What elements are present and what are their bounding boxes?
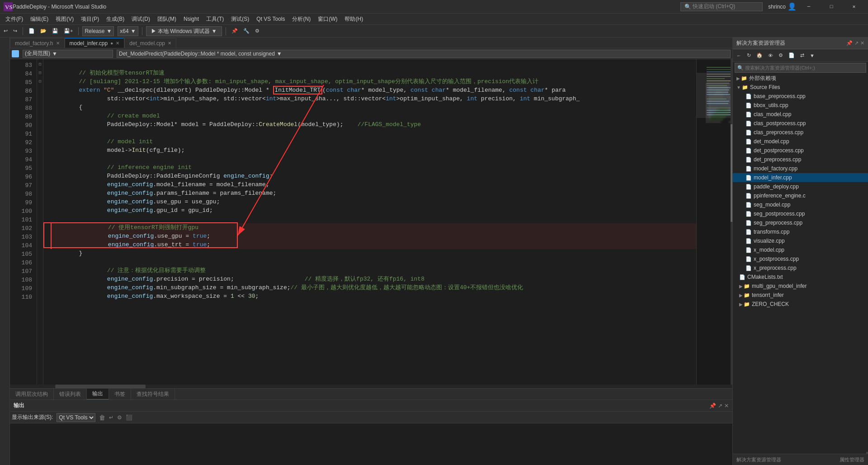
tree-item-base-preprocess[interactable]: 📄 base_preprocess.cpp (733, 92, 868, 101)
tab-close[interactable]: ✕ (56, 41, 60, 46)
se-preview-btn[interactable]: 📄 (787, 52, 797, 59)
menu-item-project[interactable]: 项目(P) (77, 14, 103, 24)
tab-close-det[interactable]: ✕ (168, 41, 171, 46)
output-float-btn[interactable]: ↗ (718, 403, 722, 409)
tree-item-det-preprocess[interactable]: 📄 det_preprocess.cpp (733, 155, 868, 164)
menu-item-edit[interactable]: 编辑(E) (27, 14, 52, 24)
output-word-wrap-btn[interactable]: ↵ (109, 414, 113, 421)
toolbar-save-all-btn[interactable]: 💾+ (62, 27, 75, 35)
output-settings-btn[interactable]: ⚙ (117, 414, 122, 421)
tree-item-external-deps[interactable]: ▶ 📁 外部依赖项 (733, 74, 868, 83)
horizontal-scrollbar[interactable] (10, 385, 732, 388)
tree-item-source-files[interactable]: ▼ 📁 Source Files (733, 83, 868, 92)
tree-item-multi-gpu[interactable]: ▶ 📁 multi_gpu_model_infer (733, 282, 868, 291)
scope-arrow: ▼ (52, 51, 57, 57)
toolbar-extra-btn2[interactable]: 🔧 (241, 27, 251, 35)
toolbar-open-btn[interactable]: 📂 (38, 27, 48, 35)
tree-item-bbox-utils[interactable]: 📄 bbox_utils.cpp (733, 101, 868, 110)
menu-item-build[interactable]: 生成(B) (103, 14, 128, 24)
tab-model-infer-cpp[interactable]: model_infer.cpp ● ✕ (65, 38, 125, 48)
se-refresh-btn[interactable]: ↻ (745, 52, 753, 59)
tab-output[interactable]: 输出 (87, 389, 109, 400)
se-home-btn[interactable]: 🏠 (755, 52, 764, 59)
se-search-input[interactable] (735, 63, 866, 73)
menu-item-test[interactable]: 测试(S) (227, 14, 253, 24)
output-content[interactable] (10, 423, 732, 465)
toolbar-new-btn[interactable]: 📄 (27, 27, 37, 35)
se-close-btn[interactable]: ✕ (860, 40, 864, 46)
footer-solution-explorer[interactable]: 解决方案资源管理器 (736, 456, 781, 463)
menu-item-view[interactable]: 视图(V) (52, 14, 77, 24)
tree-item-seg-postprocess[interactable]: 📄 seg_postprocess.cpp (733, 209, 868, 218)
se-filter-btn[interactable]: ▼ (808, 52, 816, 59)
menu-item-nsight[interactable]: Nsight (180, 15, 203, 23)
tree-item-seg-model[interactable]: 📄 seg_model.cpp (733, 200, 868, 209)
maximize-btn[interactable]: □ (821, 0, 842, 14)
se-sync-btn[interactable]: ⇄ (798, 52, 806, 59)
tree-item-cmakelists[interactable]: 📄 CMakeLists.txt (733, 272, 868, 282)
tree-item-transforms[interactable]: 📄 transforms.cpp (733, 227, 868, 236)
tree-item-det-postprocess[interactable]: 📄 det_postprocess.cpp (733, 146, 868, 155)
menu-item-analyze[interactable]: 分析(N) (288, 14, 314, 24)
se-float-btn[interactable]: ↗ (854, 40, 859, 46)
tab-bookmarks[interactable]: 书签 (109, 389, 131, 400)
tree-item-visualize[interactable]: 📄 visualize.cpp (733, 236, 868, 245)
quick-launch-box[interactable]: 🔍 快速启动 (Ctrl+Q) (680, 2, 763, 11)
menu-item-debug[interactable]: 调试(D) (128, 14, 154, 24)
scope-dropdown[interactable]: (全局范围) ▼ (23, 50, 113, 58)
se-props-btn[interactable]: ⚙ (777, 52, 785, 59)
output-pin-btn[interactable]: 📌 (709, 403, 716, 409)
platform-dropdown[interactable]: x64 ▼ (118, 26, 138, 36)
minimap-scrollbar[interactable] (731, 59, 732, 385)
se-back-btn[interactable]: ← (735, 52, 743, 59)
code-content[interactable]: // 初始化模型带tensorRT加速 // [suliang] 2021-12… (43, 59, 696, 385)
menu-item-help[interactable]: 帮助(H) (341, 14, 367, 24)
tab-find-symbols[interactable]: 查找符号结果 (131, 389, 175, 400)
tab-call-hierarchy[interactable]: 调用层次结构 (10, 389, 54, 400)
tree-item-x-postprocess[interactable]: 📄 x_postprocess.cpp (733, 254, 868, 263)
output-source-select[interactable]: Qt VS Tools (57, 413, 95, 422)
toolbar-save-btn[interactable]: 💾 (50, 27, 60, 35)
close-btn[interactable]: ✕ (844, 0, 864, 14)
menu-item-qtvs[interactable]: Qt VS Tools (253, 15, 288, 23)
menu-item-tools[interactable]: 工具(T) (203, 14, 227, 24)
tree-item-det-model[interactable]: 📄 det_model.cpp (733, 137, 868, 146)
se-search-container: 🔍 (733, 62, 868, 74)
code-editor[interactable]: 83 84 85 86 87 88 89 90 91 92 93 94 95 9… (10, 59, 732, 385)
menu-item-file[interactable]: 文件(F) (2, 14, 27, 24)
run-debugger-btn[interactable]: ▶ 本地 Windows 调试器 ▼ (146, 26, 222, 36)
minimize-btn[interactable]: ─ (798, 0, 819, 14)
tree-item-x-model[interactable]: 📄 x_model.cpp (733, 245, 868, 254)
output-close-btn[interactable]: ✕ (724, 403, 729, 409)
function-dropdown[interactable]: Det_ModelPredict(PaddleDeploy::Model * m… (117, 50, 731, 58)
tree-item-seg-preprocess[interactable]: 📄 seg_preprocess.cpp (733, 218, 868, 227)
menu-item-window[interactable]: 窗口(W) (314, 14, 341, 24)
tree-item-clas-postprocess[interactable]: 📄 clas_postprocess.cpp (733, 119, 868, 128)
tree-container[interactable]: ▶ 📁 外部依赖项 ▼ 📁 Source Files 📄 base_prepro… (733, 74, 868, 452)
tree-item-clas-preprocess[interactable]: 📄 clas_preprocess.cpp (733, 128, 868, 137)
tree-item-clas-model[interactable]: 📄 clas_model.cpp (733, 110, 868, 119)
tab-model-factory-h[interactable]: model_factory.h ✕ (10, 38, 65, 48)
tree-item-model-infer[interactable]: 📄 model_infer.cpp (733, 173, 868, 182)
menu-item-team[interactable]: 团队(M) (154, 14, 180, 24)
tab-close-active[interactable]: ✕ (116, 41, 119, 46)
tab-det-model-cpp[interactable]: det_model.cpp ✕ (124, 38, 176, 48)
tree-item-paddle-deploy[interactable]: 📄 paddle_deploy.cpp (733, 182, 868, 191)
toolbar-redo-btn[interactable]: ↪ (11, 27, 19, 35)
toolbar-extra-btn1[interactable]: 📌 (230, 27, 240, 35)
toolbar-undo-btn[interactable]: ↩ (2, 27, 9, 35)
minimap[interactable] (696, 59, 732, 385)
tree-item-x-preprocess[interactable]: 📄 x_preprocess.cpp (733, 263, 868, 272)
toolbar-extra-btn3[interactable]: ⚙ (253, 27, 261, 35)
se-pin-btn[interactable]: 📌 (846, 40, 853, 46)
tab-error-list[interactable]: 错误列表 (54, 389, 87, 400)
output-expand-btn[interactable]: ⬛ (126, 414, 132, 421)
tree-item-zero-check[interactable]: ▶ 📁 ZERO_CHECK (733, 300, 868, 309)
tree-item-tensorrt-infer[interactable]: ▶ 📁 tensorrt_infer (733, 291, 868, 300)
footer-property-manager[interactable]: 属性管理器 (840, 456, 864, 463)
tree-item-model-factory[interactable]: 📄 model_factory.cpp (733, 164, 868, 173)
tree-item-ppinference[interactable]: 📄 ppinference_engine.c (733, 191, 868, 200)
build-config-dropdown[interactable]: Release ▼ (82, 26, 114, 36)
se-show-all-btn[interactable]: 👁 (766, 52, 775, 59)
output-clear-btn[interactable]: 🗑 (99, 414, 105, 421)
